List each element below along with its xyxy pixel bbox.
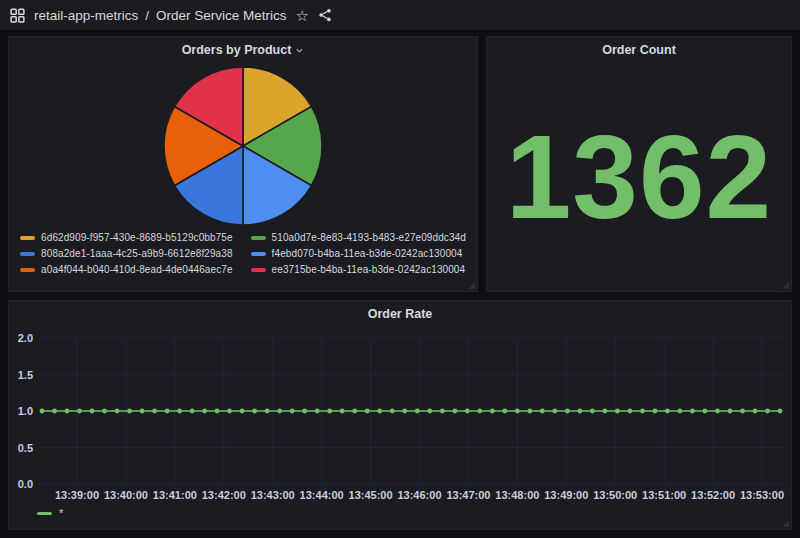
legend-color-swatch (251, 236, 266, 240)
data-point-marker[interactable] (603, 409, 608, 414)
data-point-marker[interactable] (515, 409, 520, 414)
data-point-marker[interactable] (290, 409, 295, 414)
data-point-marker[interactable] (365, 409, 370, 414)
data-point-marker[interactable] (440, 409, 445, 414)
x-axis-tick-label: 13:50:00 (593, 489, 637, 501)
stat-body: 1362 (487, 63, 791, 291)
x-axis-tick-label: 13:48:00 (495, 489, 539, 501)
pie-legend-item[interactable]: f4ebd070-b4ba-11ea-b3de-0242ac130004 (251, 248, 466, 259)
dashboards-grid-icon[interactable] (10, 8, 25, 23)
data-point-marker[interactable] (52, 409, 57, 414)
data-point-marker[interactable] (565, 409, 570, 414)
data-point-marker[interactable] (690, 409, 695, 414)
data-point-marker[interactable] (540, 409, 545, 414)
panel-resize-handle[interactable] (468, 282, 475, 289)
panel-title-orders-by-product[interactable]: Orders by Product (9, 37, 477, 63)
data-point-marker[interactable] (740, 409, 745, 414)
pie-legend-item[interactable]: 6d62d909-f957-430e-8689-b5129c0bb75e (20, 232, 233, 243)
timeseries-legend-item[interactable]: * (9, 507, 791, 519)
legend-series-name: 808a2de1-1aaa-4c25-a9b9-6612e8f29a38 (41, 248, 233, 259)
data-point-marker[interactable] (590, 409, 595, 414)
panel-resize-handle[interactable] (782, 520, 789, 527)
data-point-marker[interactable] (390, 409, 395, 414)
data-point-marker[interactable] (665, 409, 670, 414)
breadcrumb-separator: / (145, 8, 149, 23)
star-icon[interactable]: ☆ (296, 8, 309, 23)
panel-order-count: Order Count 1362 (486, 36, 792, 292)
x-axis-tick-label: 13:46:00 (397, 489, 441, 501)
data-point-marker[interactable] (578, 409, 583, 414)
data-point-marker[interactable] (628, 409, 633, 414)
data-point-marker[interactable] (165, 409, 170, 414)
x-axis-tick-label: 13:53:00 (740, 489, 784, 501)
data-point-marker[interactable] (177, 409, 182, 414)
data-point-marker[interactable] (327, 409, 332, 414)
data-point-marker[interactable] (90, 409, 95, 414)
data-point-marker[interactable] (215, 409, 220, 414)
data-point-marker[interactable] (190, 409, 195, 414)
legend-color-swatch (37, 512, 52, 515)
x-axis-tick-label: 13:42:00 (202, 489, 246, 501)
data-point-marker[interactable] (452, 409, 457, 414)
data-point-marker[interactable] (227, 409, 232, 414)
data-point-marker[interactable] (115, 409, 120, 414)
data-point-marker[interactable] (728, 409, 733, 414)
data-point-marker[interactable] (265, 409, 270, 414)
data-point-marker[interactable] (315, 409, 320, 414)
top-navbar: retail-app-metrics / Order Service Metri… (0, 0, 800, 30)
breadcrumb: retail-app-metrics / Order Service Metri… (34, 8, 287, 23)
pie-legend-item[interactable]: 808a2de1-1aaa-4c25-a9b9-6612e8f29a38 (20, 248, 233, 259)
data-point-marker[interactable] (753, 409, 758, 414)
legend-color-swatch (20, 252, 35, 256)
data-point-marker[interactable] (377, 409, 382, 414)
pie-legend-item[interactable]: 510a0d7e-8e83-4193-b483-e27e09ddc34d (251, 232, 466, 243)
data-point-marker[interactable] (640, 409, 645, 414)
data-point-marker[interactable] (427, 409, 432, 414)
data-point-marker[interactable] (615, 409, 620, 414)
timeseries-chart[interactable]: 2.01.51.00.50.013:39:0013:40:0013:41:001… (9, 327, 791, 505)
y-axis-tick-label: 1.5 (18, 369, 33, 381)
data-point-marker[interactable] (252, 409, 257, 414)
pie-legend-item[interactable]: ee3715be-b4ba-11ea-b3de-0242ac130004 (251, 264, 466, 275)
data-point-marker[interactable] (415, 409, 420, 414)
data-point-marker[interactable] (778, 409, 783, 414)
data-point-marker[interactable] (765, 409, 770, 414)
legend-color-swatch (20, 268, 35, 272)
data-point-marker[interactable] (152, 409, 157, 414)
data-point-marker[interactable] (127, 409, 132, 414)
data-point-marker[interactable] (703, 409, 708, 414)
data-point-marker[interactable] (340, 409, 345, 414)
data-point-marker[interactable] (40, 409, 45, 414)
data-point-marker[interactable] (490, 409, 495, 414)
data-point-marker[interactable] (477, 409, 482, 414)
data-point-marker[interactable] (240, 409, 245, 414)
pie-chart[interactable] (160, 63, 326, 229)
data-point-marker[interactable] (277, 409, 282, 414)
pie-legend-item[interactable]: a0a4f044-b040-410d-8ead-4de0446aec7e (20, 264, 233, 275)
data-point-marker[interactable] (552, 409, 557, 414)
data-point-marker[interactable] (402, 409, 407, 414)
data-point-marker[interactable] (502, 409, 507, 414)
data-point-marker[interactable] (140, 409, 145, 414)
data-point-marker[interactable] (102, 409, 107, 414)
panel-title-order-rate[interactable]: Order Rate (9, 301, 791, 327)
share-icon[interactable] (318, 8, 332, 22)
data-point-marker[interactable] (202, 409, 207, 414)
data-point-marker[interactable] (77, 409, 82, 414)
data-point-marker[interactable] (653, 409, 658, 414)
data-point-marker[interactable] (527, 409, 532, 414)
data-point-marker[interactable] (352, 409, 357, 414)
data-point-marker[interactable] (715, 409, 720, 414)
data-point-marker[interactable] (302, 409, 307, 414)
data-point-marker[interactable] (465, 409, 470, 414)
data-point-marker[interactable] (65, 409, 70, 414)
x-axis-tick-label: 13:49:00 (544, 489, 588, 501)
panel-title-order-count[interactable]: Order Count (487, 37, 791, 63)
panel-resize-handle[interactable] (782, 282, 789, 289)
panel-title-text: Orders by Product (182, 43, 292, 57)
panel-orders-by-product: Orders by Product 6d62d909-f957-430e-868… (8, 36, 478, 292)
y-axis-tick-label: 2.0 (18, 332, 33, 344)
data-point-marker[interactable] (678, 409, 683, 414)
breadcrumb-folder[interactable]: retail-app-metrics (34, 8, 138, 23)
legend-series-name: * (59, 507, 63, 519)
